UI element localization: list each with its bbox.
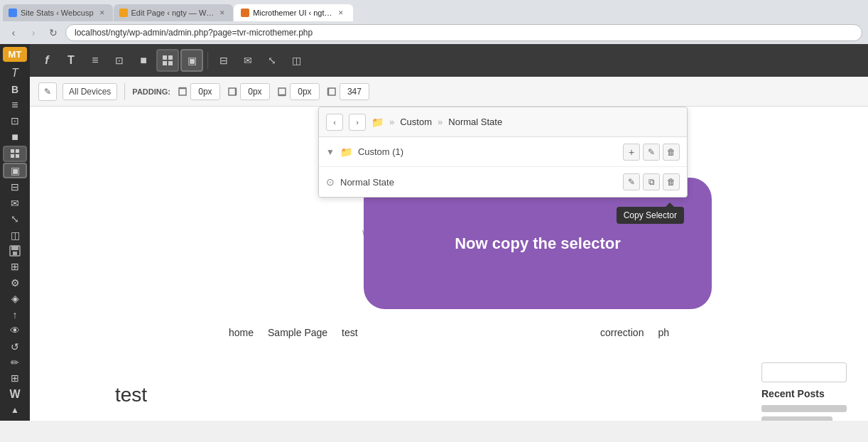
breadcrumb-folder-icon: 📁 [371, 117, 384, 128]
search-box[interactable] [761, 362, 847, 382]
eraser-icon[interactable]: ✏ [3, 355, 27, 370]
toolbar-grid-icon[interactable] [156, 49, 179, 72]
overlay-text: Now copy the selector [455, 235, 621, 253]
box-icon[interactable]: ■ [3, 129, 27, 144]
nav-menu: home Sample Page test correction ph [30, 327, 868, 338]
refresh-browser-button[interactable]: ↻ [45, 25, 61, 41]
svg-rect-10 [168, 61, 173, 65]
normal-state-row: ⊙ Normal State ✎ ⧉ 🗑 [319, 167, 687, 197]
preview-icon[interactable]: ◫ [3, 227, 27, 242]
tab-microthemer[interactable]: Microthemer UI ‹ ngt… ✕ [234, 4, 352, 21]
visibility-sidebar-icon[interactable]: 👁 [3, 323, 27, 338]
breadcrumb-custom-label: Custom [400, 117, 432, 127]
padding-right-group [226, 83, 270, 100]
svg-rect-13 [229, 88, 236, 95]
back-button[interactable]: ‹ [6, 25, 21, 41]
custom-group-label: Custom (1) [358, 146, 617, 157]
padding-left-input[interactable] [340, 83, 369, 100]
edit-group-button[interactable]: ✎ [643, 144, 660, 161]
layout-icon[interactable]: ⊡ [3, 114, 27, 129]
svg-rect-1 [16, 149, 19, 153]
tab3-label: Microthemer UI ‹ ngt… [253, 9, 332, 17]
all-devices-button[interactable]: All Devices [63, 83, 117, 100]
padding-bottom-group [276, 83, 320, 100]
tab1-label: Site Stats ‹ Webcusp [21, 9, 94, 17]
delete-group-button[interactable]: 🗑 [663, 144, 680, 161]
nav-item-correction[interactable]: correction [600, 327, 644, 338]
browser-chrome: Site Stats ‹ Webcusp ✕ Edit Page ‹ ngty … [0, 0, 868, 44]
sync-icon[interactable]: ↺ [3, 339, 27, 354]
list-icon[interactable]: ≡ [3, 97, 27, 112]
typography-icon[interactable]: T [3, 65, 27, 80]
mail-icon[interactable]: ✉ [3, 195, 27, 210]
bold-icon[interactable]: B [3, 82, 27, 97]
content-wrapper: ‹ › 📁 » Custom » Normal State ▼ 📁 Custom… [30, 107, 868, 421]
toolbar-resize-icon[interactable]: ⤡ [261, 49, 283, 72]
breadcrumb-separator1: » [389, 117, 394, 127]
left-sidebar: MT T B ≡ ⊡ ■ ▣ ⊟ ✉ ⤡ ◫ ⊞ ⚙ ◈ ↑ 👁 ↺ ✏ ⊞ W… [0, 44, 30, 421]
svg-rect-15 [278, 88, 286, 95]
toolbar-font-icon[interactable]: f [36, 49, 58, 72]
padding-left-icon [325, 85, 338, 98]
svg-rect-7 [163, 55, 167, 60]
settings-sidebar-icon[interactable]: ⚙ [3, 275, 27, 290]
tab3-close[interactable]: ✕ [336, 8, 346, 18]
toolbar-responsive-icon[interactable]: ⊡ [108, 49, 131, 72]
toolbar-menu-icon[interactable]: ≡ [84, 49, 107, 72]
toolbar-mail-icon[interactable]: ✉ [237, 49, 259, 72]
edit-icon[interactable]: ✎ [38, 82, 57, 101]
tab2-close[interactable]: ✕ [217, 8, 227, 18]
mt-nav-next[interactable]: › [349, 114, 366, 131]
right-sidebar-area: Recent Posts [761, 362, 861, 421]
grid-view-icon[interactable] [3, 146, 27, 162]
toolbar-divider-icon[interactable]: ⊟ [212, 49, 235, 72]
properties-bar: ✎ All Devices PADDING: [30, 77, 868, 107]
wp-sidebar-icon[interactable]: W [3, 387, 27, 401]
mt-nav-prev[interactable]: ‹ [326, 114, 343, 131]
padding-left-group [325, 83, 369, 100]
padding-top-input[interactable] [190, 83, 220, 100]
tab-site-stats[interactable]: Site Stats ‹ Webcusp ✕ [3, 4, 113, 21]
padding-top-group [176, 83, 220, 100]
palette-icon[interactable]: ◈ [3, 291, 27, 306]
nav-item-test[interactable]: test [342, 327, 358, 338]
toolbar-text-icon[interactable]: T [60, 49, 82, 72]
toolbar-preview-icon[interactable]: ◫ [285, 49, 308, 72]
svg-rect-0 [11, 149, 14, 153]
copy-sidebar-icon[interactable]: ⊞ [3, 259, 27, 274]
delete-state-button[interactable]: 🗑 [663, 173, 680, 190]
export-sidebar-icon[interactable]: ↑ [3, 307, 27, 322]
edit-state-button[interactable]: ✎ [623, 173, 640, 190]
address-input[interactable] [65, 24, 862, 41]
svg-rect-11 [179, 88, 186, 95]
address-bar: ‹ › ↻ [0, 21, 868, 44]
padding-bottom-input[interactable] [290, 83, 320, 100]
page-title-area: test [115, 384, 147, 406]
nav-item-sample[interactable]: Sample Page [268, 327, 327, 338]
padding-right-input[interactable] [240, 83, 270, 100]
normal-state-label: Normal State [340, 177, 617, 188]
save-sidebar-icon[interactable] [3, 243, 27, 258]
breadcrumb-state-label: Normal State [448, 117, 502, 127]
custom-group-toggle[interactable]: ▼ [326, 147, 335, 157]
copy-state-button[interactable]: ⧉ [643, 173, 660, 190]
toolbar-active-icon[interactable]: ▣ [180, 49, 203, 72]
resize-icon[interactable]: ⤡ [3, 211, 27, 226]
toolbar-square-icon[interactable]: ■ [132, 49, 155, 72]
responsive-icon[interactable]: ▣ [3, 163, 27, 179]
svg-rect-3 [16, 154, 19, 158]
nav-item-home[interactable]: home [229, 327, 254, 338]
nav-item-ph[interactable]: ph [658, 327, 669, 338]
mt-logo-icon[interactable]: MT [3, 47, 27, 62]
tab-edit-page[interactable]: Edit Page ‹ ngty — W… ✕ [114, 4, 234, 21]
breadcrumb-separator2: » [438, 117, 443, 127]
table-icon[interactable]: ⊞ [3, 371, 27, 386]
divider-icon[interactable]: ⊟ [3, 179, 27, 194]
forward-button[interactable]: › [26, 25, 41, 41]
add-selector-button[interactable]: + [623, 144, 640, 161]
padding-right-icon [226, 85, 239, 98]
selector-panel: ‹ › 📁 » Custom » Normal State ▼ 📁 Custom… [318, 107, 688, 198]
tab1-close[interactable]: ✕ [97, 8, 107, 18]
tab-bar: Site Stats ‹ Webcusp ✕ Edit Page ‹ ngty … [0, 0, 868, 21]
collapse-icon[interactable]: ▲ [3, 403, 27, 418]
